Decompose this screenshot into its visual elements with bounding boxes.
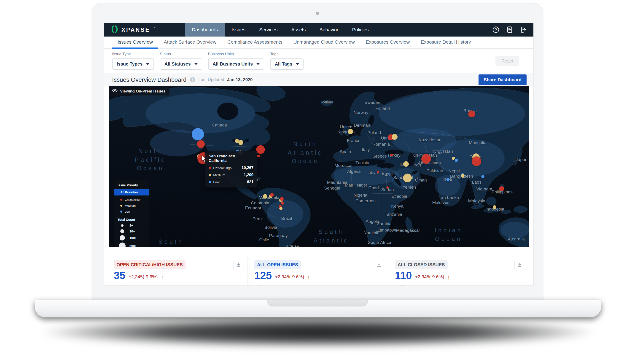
severity-dot-icon bbox=[120, 205, 122, 207]
card-title-badge: ALL CLOSED ISSUES bbox=[395, 260, 447, 269]
trend-up-icon: ↑ bbox=[308, 275, 310, 281]
last-updated-value: Jan 13, 2020 bbox=[227, 77, 253, 82]
filter-value: All Statuses bbox=[164, 61, 190, 67]
tab-issues-overview[interactable]: Issues Overview bbox=[112, 37, 158, 49]
filter-value: Issue Types bbox=[117, 61, 142, 67]
card-metrics: 110+2,345(-9.6%)↑ bbox=[395, 270, 524, 281]
sign-out-icon[interactable] bbox=[520, 26, 527, 33]
download-icon bbox=[376, 262, 382, 268]
legend-priority-medium[interactable]: Medium bbox=[120, 204, 146, 207]
nav-item-services[interactable]: Services bbox=[252, 23, 285, 37]
world-map[interactable]: North Pacific OceanNorth Atlantic OceanS… bbox=[109, 86, 529, 247]
issue-marker-critical[interactable] bbox=[499, 186, 504, 191]
issue-marker-critical[interactable] bbox=[280, 197, 284, 201]
legend-priority-low[interactable]: Low bbox=[120, 210, 146, 213]
filter-select-tags[interactable]: All Tags bbox=[270, 58, 304, 70]
issue-marker-low[interactable] bbox=[455, 159, 458, 162]
tab-attack-surface-overview[interactable]: Attack Surface Overview bbox=[158, 37, 222, 49]
issue-marker-critical[interactable] bbox=[197, 140, 205, 148]
tooltip-title: San Francisco, California bbox=[208, 154, 254, 163]
tooltip-row-value: 1,209 bbox=[244, 173, 254, 177]
nav-icons: ? bbox=[492, 26, 527, 33]
tooltip-row-low: Low821 bbox=[208, 180, 254, 184]
caret-down-icon bbox=[146, 63, 149, 65]
filter-value: All Business Units bbox=[213, 61, 253, 67]
issue-marker-critical[interactable] bbox=[257, 155, 260, 157]
nav-item-issues[interactable]: Issues bbox=[225, 23, 252, 37]
tab-exposure-detail-history[interactable]: Exposure Detail History bbox=[415, 37, 476, 49]
nav-item-assets[interactable]: Assets bbox=[284, 23, 312, 37]
issue-marker-low[interactable] bbox=[481, 175, 485, 178]
filter-select-business-units[interactable]: All Business Units bbox=[208, 58, 264, 70]
issue-marker-medium[interactable] bbox=[391, 134, 397, 140]
card-value: 125 bbox=[254, 270, 272, 281]
issue-marker-critical[interactable] bbox=[270, 193, 274, 197]
issue-marker-medium[interactable] bbox=[263, 194, 267, 199]
viewing-mode-label: Viewing On-Prem Issues bbox=[120, 89, 165, 94]
legend-priority-label: Medium bbox=[125, 204, 136, 207]
top-navbar: XPANSE ™ DashboardsIssuesServicesAssetsB… bbox=[104, 23, 533, 37]
legend-all-priorities[interactable]: All Priorities bbox=[114, 189, 149, 195]
issue-marker-low[interactable] bbox=[192, 128, 204, 140]
legend-size-circle-col bbox=[117, 224, 127, 227]
filter-select-status[interactable]: All Statuses bbox=[160, 58, 202, 70]
filter-label: Status bbox=[160, 52, 202, 56]
tab-exposures-overview[interactable]: Exposures Overview bbox=[360, 37, 416, 49]
help-icon[interactable]: ? bbox=[492, 26, 499, 33]
issue-marker-medium[interactable] bbox=[348, 129, 353, 134]
issue-marker-medium[interactable] bbox=[238, 140, 243, 145]
legend-sizes: 1+10+100+500+1000+ bbox=[117, 224, 146, 247]
chart-tick-label: 80 bbox=[114, 284, 127, 285]
laptop-shadow bbox=[44, 318, 593, 347]
caret-down-icon bbox=[194, 63, 198, 65]
share-dashboard-button[interactable]: Share Dashboard bbox=[478, 74, 526, 85]
trend-up-icon: ↑ bbox=[161, 275, 163, 281]
card-delta: +2,345(-9.6%) bbox=[415, 274, 444, 281]
eye-icon bbox=[112, 89, 118, 94]
issue-marker-medium[interactable] bbox=[279, 207, 283, 210]
issue-marker-medium[interactable] bbox=[403, 174, 412, 182]
card-all-open-issues: ALL OPEN ISSUES125+2,345(-9.6%)↑400300 bbox=[250, 257, 389, 285]
download-button[interactable] bbox=[233, 260, 244, 270]
filter-label: Issue Type bbox=[112, 52, 154, 56]
viewing-mode-badge: Viewing On-Prem Issues bbox=[109, 87, 170, 95]
map-tooltip: San Francisco, California Critical/High1… bbox=[206, 151, 257, 187]
caret-down-icon bbox=[296, 63, 299, 65]
download-button[interactable] bbox=[515, 260, 525, 270]
caret-down-icon bbox=[257, 63, 260, 65]
filters-bar: Issue TypeIssue TypesStatusAll StatusesB… bbox=[104, 49, 533, 73]
issue-marker-critical[interactable] bbox=[421, 154, 431, 164]
chart-tick-row: 400 bbox=[395, 283, 524, 285]
nav-item-dashboards[interactable]: Dashboards bbox=[185, 23, 225, 37]
issue-marker-critical[interactable] bbox=[468, 111, 475, 117]
issue-marker-low[interactable] bbox=[446, 178, 450, 181]
issue-marker-critical[interactable] bbox=[386, 186, 389, 189]
issue-marker-critical[interactable] bbox=[256, 145, 265, 154]
issue-marker-medium[interactable] bbox=[461, 174, 465, 178]
legend-priority-critical-high[interactable]: Critical/High bbox=[120, 198, 146, 201]
legend-priority-label: Critical/High bbox=[125, 198, 141, 201]
filter-select-issue-type[interactable]: Issue Types bbox=[112, 58, 154, 70]
report-icon[interactable] bbox=[506, 26, 513, 33]
dashboard-screen: XPANSE ™ DashboardsIssuesServicesAssetsB… bbox=[104, 23, 533, 285]
nav-item-policies[interactable]: Policies bbox=[345, 23, 375, 37]
issue-marker-critical[interactable] bbox=[472, 157, 481, 166]
tab-compliance-assessments[interactable]: Compliance Assessments bbox=[222, 37, 288, 49]
tooltip-row-value: 10,267 bbox=[241, 166, 254, 170]
legend-priority-label: Low bbox=[125, 210, 130, 213]
severity-dot-icon bbox=[208, 181, 211, 183]
issue-marker-medium[interactable] bbox=[403, 161, 409, 167]
size-circle-icon bbox=[121, 224, 124, 227]
reset-button[interactable]: Reset bbox=[495, 56, 519, 66]
filter-label: Tags bbox=[270, 52, 304, 56]
issue-marker-medium[interactable] bbox=[452, 157, 455, 160]
issue-marker-critical[interactable] bbox=[390, 154, 393, 157]
issue-marker-medium[interactable] bbox=[493, 205, 496, 209]
download-button[interactable] bbox=[374, 260, 384, 270]
filter-tags: TagsAll Tags bbox=[270, 52, 304, 70]
tab-unmanaged-cloud-overview[interactable]: Unmanaged Cloud Overview bbox=[288, 37, 360, 49]
nav-item-behavior[interactable]: Behavior bbox=[312, 23, 345, 37]
issue-marker-critical[interactable] bbox=[281, 201, 284, 205]
info-icon[interactable]: i bbox=[190, 77, 195, 82]
issue-marker-critical[interactable] bbox=[377, 171, 379, 173]
